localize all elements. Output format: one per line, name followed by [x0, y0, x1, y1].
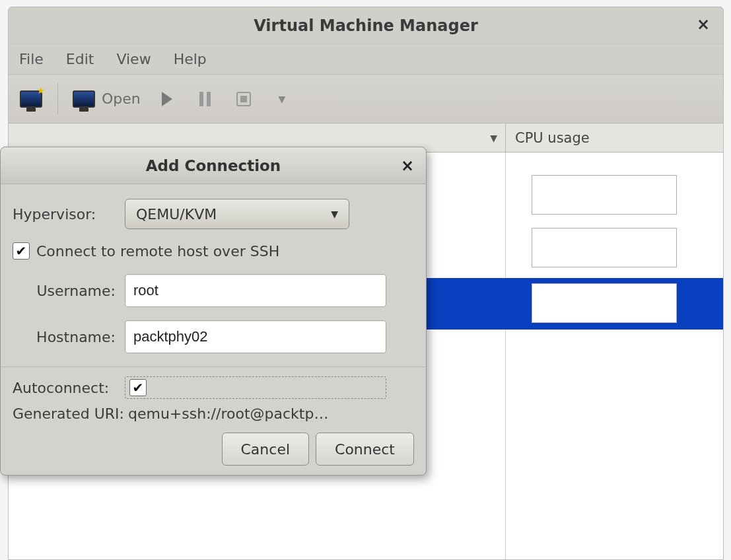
cancel-label: Cancel [241, 441, 291, 458]
name-column-header[interactable]: ▼ [9, 133, 505, 143]
cpu-usage-column [505, 153, 723, 559]
check-icon: ✔ [16, 243, 27, 259]
menu-edit[interactable]: Edit [61, 48, 100, 70]
ssh-label: Connect to remote host over SSH [36, 243, 279, 260]
autoconnect-row: Autoconnect: ✔ [13, 376, 414, 399]
dialog-close-button[interactable]: × [398, 157, 417, 175]
run-button[interactable] [151, 83, 183, 115]
connect-label: Connect [335, 441, 395, 458]
menubar: File Edit View Help [9, 44, 723, 75]
close-icon: × [401, 157, 414, 175]
generated-uri-row: Generated URI: qemu+ssh://root@packtp… [13, 405, 414, 422]
autoconnect-checkbox[interactable]: ✔ [129, 379, 147, 396]
dialog-titlebar: Add Connection × [1, 147, 426, 184]
menu-view[interactable]: View [111, 48, 156, 70]
open-button[interactable]: Open [69, 90, 145, 108]
connect-button[interactable]: Connect [316, 433, 414, 466]
dialog-title: Add Connection [146, 157, 281, 174]
hypervisor-combobox[interactable]: QEMU/KVM ▼ [125, 199, 349, 229]
chevron-down-icon: ▼ [331, 209, 338, 219]
window-close-button[interactable]: × [694, 15, 713, 34]
check-icon: ✔ [133, 380, 144, 396]
open-label: Open [102, 90, 141, 107]
hypervisor-row: Hypervisor: QEMU/KVM ▼ [13, 199, 414, 229]
chevron-down-icon: ▼ [278, 94, 285, 104]
monitor-icon [73, 90, 95, 108]
add-connection-dialog: Add Connection × Hypervisor: QEMU/KVM ▼ … [0, 147, 427, 475]
ssh-checkbox-row: ✔ Connect to remote host over SSH [13, 242, 414, 260]
new-vm-icon [20, 90, 42, 108]
cpu-column-header[interactable]: CPU usage [505, 123, 723, 152]
toolbar-separator [57, 83, 58, 115]
dialog-body: Hypervisor: QEMU/KVM ▼ ✔ Connect to remo… [1, 184, 426, 433]
username-input[interactable] [125, 274, 386, 307]
sort-indicator-icon: ▼ [490, 133, 497, 143]
hypervisor-value: QEMU/KVM [136, 206, 217, 223]
pause-button[interactable] [190, 83, 221, 115]
stop-icon [236, 92, 251, 106]
hypervisor-label: Hypervisor: [13, 206, 125, 223]
dialog-button-row: Cancel Connect [1, 433, 426, 466]
window-title: Virtual Machine Manager [254, 17, 478, 35]
dialog-separator [1, 367, 426, 367]
titlebar: Virtual Machine Manager × [9, 7, 723, 44]
hostname-input[interactable] [125, 320, 386, 353]
play-icon [162, 92, 172, 106]
cpu-usage-cell [532, 175, 677, 215]
ssh-checkbox[interactable]: ✔ [13, 242, 30, 260]
pause-icon [199, 92, 211, 106]
cpu-usage-cell [532, 283, 677, 323]
hostname-label: Hostname: [13, 329, 125, 345]
cpu-header-label: CPU usage [515, 130, 590, 146]
close-icon: × [697, 15, 710, 34]
autoconnect-label: Autoconnect: [13, 380, 125, 396]
generated-uri-value: qemu+ssh://root@packtp… [128, 405, 414, 422]
cancel-button[interactable]: Cancel [222, 433, 310, 466]
cpu-usage-cell [532, 228, 677, 267]
new-vm-button[interactable] [15, 83, 47, 115]
menu-file[interactable]: File [14, 48, 49, 70]
shutdown-menu-button[interactable]: ▼ [266, 83, 298, 115]
generated-uri-label: Generated URI: [13, 405, 124, 422]
username-row: Username: [13, 274, 414, 307]
menu-help[interactable]: Help [168, 48, 212, 70]
username-label: Username: [13, 283, 125, 299]
toolbar: Open ▼ [9, 75, 723, 123]
hostname-row: Hostname: [13, 320, 414, 353]
shutdown-button[interactable] [228, 83, 260, 115]
autoconnect-focus-frame: ✔ [125, 376, 386, 399]
